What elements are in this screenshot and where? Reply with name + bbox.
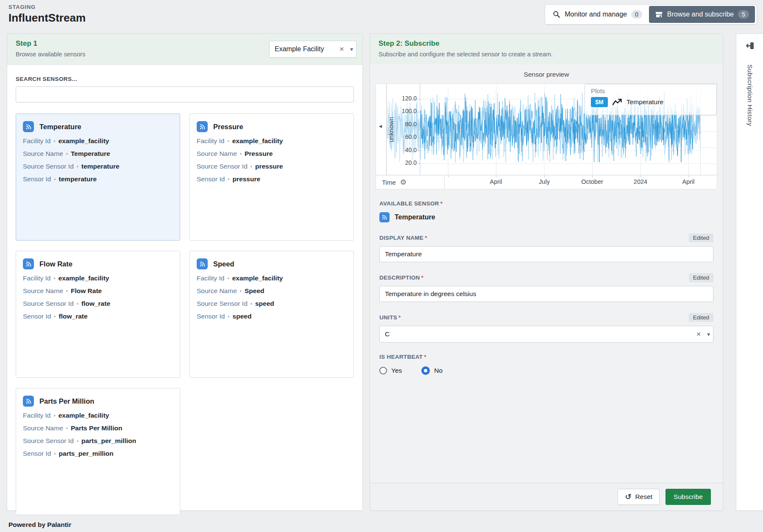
collapse-plot-panel-icon[interactable]: ◀ [379,124,382,128]
description-input[interactable] [379,286,713,302]
radio-yes[interactable]: Yes [379,367,402,374]
display-name-input[interactable] [379,246,713,262]
separator: • [240,151,242,157]
field-label: Sensor Id [23,175,51,183]
clear-icon[interactable]: ✕ [336,46,347,53]
separator: • [54,314,56,320]
required-asterisk: * [421,274,424,281]
sensor-card-parts-per-million[interactable]: Parts Per Million Facility Id•example_fa… [16,388,180,515]
y-tick: 120.0 [386,95,417,102]
reset-icon: ↺ [625,492,631,502]
sensor-card-pressure[interactable]: Pressure Facility Id•example_facility So… [189,114,354,241]
field-value: Speed [245,287,265,294]
storefront-icon [655,11,663,19]
is-heartbeat-group: IS HEARTBEAT* Yes No [379,354,713,375]
y-tick: 80.0 [386,121,417,127]
separator: • [227,139,229,144]
step1-subtitle: Browse available sensors [16,51,85,58]
field-value: speed [233,313,252,320]
field-label: Source Name [23,287,63,294]
sensor-preview-chart[interactable]: ◀ unknown 120.0 100.0 80.0 60.0 40.0 20.… [376,83,717,189]
series-unit-badge[interactable]: $M [591,97,608,107]
clear-icon[interactable]: ✕ [693,331,704,338]
step2-header: Step 2: Subscribe Subscribe and configur… [370,34,723,65]
legend-series-name: Temperature [627,98,663,106]
step1-title: Step 1 [16,39,37,48]
field-value: Temperature [71,150,110,157]
rss-icon [23,121,34,132]
units-label: UNITS* [379,314,401,321]
sensor-card-flow-rate[interactable]: Flow Rate Facility Id•example_facility S… [16,251,180,378]
field-value: Flow Rate [71,287,102,294]
x-axis-settings: Time ⚙ [376,175,445,189]
field-value: flow_rate [81,300,110,307]
gear-icon[interactable]: ⚙ [400,178,407,187]
monitor-count-badge: 0 [631,10,642,19]
field-value: speed [255,300,274,307]
tab-label: Browse and subscribe [667,11,734,18]
subscribe-form: AVAILABLE SENSOR* Temperature DISPLAY NA… [370,200,723,375]
field-value: Parts Per Million [71,424,122,432]
rss-icon [23,396,34,407]
search-sensors-input[interactable] [16,86,354,103]
x-axis-row: Time ⚙ April July October 2024 April [376,175,717,189]
field-value: example_facility [58,137,109,144]
x-tick: April [477,178,515,185]
description-group: DESCRIPTION* Edited [379,273,713,302]
rss-icon [23,258,34,269]
subscription-history-rail[interactable]: Subscription History [736,33,763,511]
open-panel-left-icon[interactable] [745,41,755,51]
radio-circle-checked[interactable] [421,366,430,375]
field-value: parts_per_million [59,450,114,457]
required-asterisk: * [424,354,426,360]
x-axis-title: Time [382,179,396,186]
field-label: Sensor Id [23,313,51,320]
field-value: temperature [81,163,120,170]
plots-legend-panel: Plots $M Temperature [585,84,717,115]
sensor-card-temperature[interactable]: Temperature Facility Id•example_facility… [16,114,180,241]
available-sensor-group: AVAILABLE SENSOR* Temperature [379,200,713,222]
edited-badge: Edited [689,273,713,282]
environment-label: STAGING [8,4,36,10]
separator: • [77,301,78,307]
sensor-card-grid: Temperature Facility Id•example_facility… [16,114,354,515]
field-label: Facility Id [23,412,50,419]
field-label: Source Sensor Id [197,163,248,170]
field-label: Source Sensor Id [197,300,248,307]
app-title: InfluentStream [8,11,86,25]
sensor-card-title: Flow Rate [39,260,72,268]
search-icon [553,11,560,18]
step2-footer: ↺ Reset Subscribe [370,483,723,510]
units-group: UNITS* Edited C ✕ ▾ [379,313,713,343]
field-value: example_facility [58,412,109,419]
separator: • [77,164,78,170]
units-select-value: C [380,330,693,338]
chevron-down-icon[interactable]: ▾ [704,331,713,338]
field-label: Source Name [23,150,63,157]
field-value: example_facility [232,137,283,144]
separator: • [227,276,229,282]
sensor-card-speed[interactable]: Speed Facility Id•example_facility Sourc… [189,251,354,378]
units-select[interactable]: C ✕ ▾ [379,326,713,343]
field-label: Sensor Id [197,313,225,320]
required-asterisk: * [398,314,401,321]
chevron-down-icon[interactable]: ▾ [347,46,356,53]
x-tick: July [525,178,563,185]
display-name-group: DISPLAY NAME* Edited [379,233,713,262]
field-value: pressure [233,175,260,183]
separator: • [54,177,56,183]
tab-browse-and-subscribe[interactable]: Browse and subscribe 5 [649,6,755,23]
facility-select[interactable]: Example Facility ✕ ▾ [269,41,356,58]
radio-circle-unchecked[interactable] [379,367,387,374]
description-label: DESCRIPTION* [379,274,423,281]
radio-no-label: No [434,367,443,374]
subscribe-button[interactable]: Subscribe [666,489,711,505]
radio-no[interactable]: No [421,366,443,375]
tab-monitor-and-manage[interactable]: Monitor and manage 0 [547,6,648,23]
separator: • [66,151,68,157]
edited-badge: Edited [689,313,713,322]
step1-panel: Step 1 Browse available sensors Example … [7,33,363,511]
legend-entry[interactable]: $M Temperature [585,97,716,107]
reset-button[interactable]: ↺ Reset [618,489,660,505]
step2-subtitle: Subscribe and configure the selected sen… [379,51,553,58]
